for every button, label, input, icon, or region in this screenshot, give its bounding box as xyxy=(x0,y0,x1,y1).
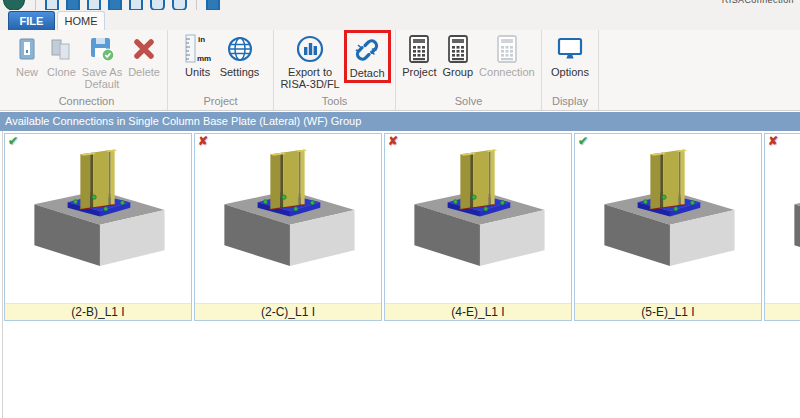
group-label-display: Display xyxy=(542,95,598,110)
button-label: Options xyxy=(551,66,589,78)
undo-icon[interactable] xyxy=(150,0,165,10)
save-as-default-icon xyxy=(88,33,116,65)
button-label: Units xyxy=(185,66,210,78)
window-title: RISAConnection xyxy=(722,0,794,6)
connection-card[interactable]: ✘ xyxy=(764,133,800,321)
group-label-tools: Tools xyxy=(274,95,395,110)
connection-label[interactable]: (4-E)_L1 I xyxy=(385,303,571,320)
options-button[interactable]: Options xyxy=(549,32,591,79)
fail-x-icon: ✘ xyxy=(198,134,208,148)
ribbon: New Clone Save As Default Delete xyxy=(0,30,800,111)
fail-x-icon: ✘ xyxy=(768,134,778,148)
export-doc-icon[interactable] xyxy=(129,0,143,10)
svg-text:mm: mm xyxy=(197,54,211,63)
group-label-project: Project xyxy=(168,95,273,110)
button-label: Delete xyxy=(128,66,160,78)
save-all-icon[interactable] xyxy=(108,0,122,10)
solve-project-button[interactable]: Project xyxy=(400,32,438,79)
solve-group-calculator-icon xyxy=(445,33,471,65)
connection-label[interactable]: (2-B)_L1 I xyxy=(5,303,191,320)
units-ruler-icon: inmm xyxy=(182,33,214,65)
clone-icon xyxy=(47,33,75,65)
clone-button[interactable]: Clone xyxy=(45,32,78,79)
baseplate-3d-thumbnail[interactable] xyxy=(385,140,571,290)
detach-broken-chain-icon xyxy=(352,34,382,66)
baseplate-3d-thumbnail[interactable] xyxy=(5,140,191,290)
detach-highlight-rect: Detach xyxy=(344,30,391,83)
ribbon-group-solve: Project Group Connection Solve xyxy=(396,30,542,110)
tab-file[interactable]: FILE xyxy=(8,11,55,30)
group-label-connection: Connection xyxy=(6,95,167,110)
pass-check-icon: ✔ xyxy=(578,134,588,148)
units-button[interactable]: inmm Units xyxy=(180,32,216,79)
solve-group-button[interactable]: Group xyxy=(441,32,476,79)
settings-globe-icon xyxy=(225,33,255,65)
button-label: New xyxy=(16,66,38,78)
group-label-solve: Solve xyxy=(396,95,541,110)
separator xyxy=(196,0,197,10)
title-bar: RISAConnection xyxy=(0,0,800,10)
ribbon-group-display: Options Display xyxy=(542,30,599,110)
connection-card[interactable]: ✘ (4-E)_L1 I xyxy=(384,133,572,321)
connection-gallery: ✔ (2-B)_L1 I ✘ (2-C)_L1 I ✘ (4-E)_L1 I ✔… xyxy=(4,133,800,323)
button-label: Export to RISA-3D/FL xyxy=(280,66,339,90)
button-label: Save As Default xyxy=(82,66,122,90)
baseplate-3d-thumbnail[interactable] xyxy=(765,140,800,290)
button-label: Connection xyxy=(479,66,535,78)
delete-x-icon xyxy=(131,33,157,65)
pass-check-icon: ✔ xyxy=(8,134,18,148)
options-monitor-icon xyxy=(555,33,585,65)
solve-connection-calculator-icon xyxy=(494,33,520,65)
quick-access-toolbar xyxy=(33,0,220,10)
connection-label[interactable]: (2-C)_L1 I xyxy=(195,303,381,320)
connections-panel: ✔ (2-B)_L1 I ✘ (2-C)_L1 I ✘ (4-E)_L1 I ✔… xyxy=(0,131,800,418)
button-label: Clone xyxy=(47,66,76,78)
save-icon[interactable] xyxy=(87,0,101,10)
new-connection-icon xyxy=(13,33,41,65)
export-chart-icon xyxy=(295,33,325,65)
ribbon-group-tools: Export to RISA-3D/FL Detach Tools xyxy=(274,30,396,110)
new-file-icon[interactable] xyxy=(45,0,59,10)
panel-left-border xyxy=(2,131,3,418)
button-label: Project xyxy=(402,66,436,78)
app-logo-icon[interactable] xyxy=(3,0,25,10)
export-risa3d-button[interactable]: Export to RISA-3D/FL xyxy=(278,32,341,91)
ribbon-group-project: inmm Units Settings Project xyxy=(168,30,274,110)
detach-button[interactable]: Detach xyxy=(348,33,387,80)
redo-icon[interactable] xyxy=(172,0,187,10)
baseplate-3d-thumbnail[interactable] xyxy=(195,140,381,290)
connection-label[interactable]: (5-E)_L1 I xyxy=(575,303,761,320)
svg-text:in: in xyxy=(198,35,205,44)
baseplate-3d-thumbnail[interactable] xyxy=(575,140,761,290)
connection-card[interactable]: ✔ (2-B)_L1 I xyxy=(4,133,192,321)
button-label: Settings xyxy=(220,66,260,78)
new-button[interactable]: New xyxy=(11,32,43,79)
available-connections-header: Available Connections in Single Column B… xyxy=(0,112,800,131)
delete-button[interactable]: Delete xyxy=(126,32,162,79)
separator xyxy=(35,0,36,10)
connection-card[interactable]: ✔ (5-E)_L1 I xyxy=(574,133,762,321)
button-label: Detach xyxy=(350,67,385,79)
connection-card[interactable]: ✘ (2-C)_L1 I xyxy=(194,133,382,321)
fail-x-icon: ✘ xyxy=(388,134,398,148)
connection-label[interactable] xyxy=(765,303,800,320)
ribbon-tab-row: FILE HOME xyxy=(0,10,800,30)
tools-wrench-icon[interactable] xyxy=(206,0,220,10)
ribbon-group-connection: New Clone Save As Default Delete xyxy=(6,30,168,110)
solve-connection-button[interactable]: Connection xyxy=(477,32,537,79)
risaconnection-window: { "window": { "title_fragment": "RISACon… xyxy=(0,0,800,418)
tab-home[interactable]: HOME xyxy=(57,11,105,30)
settings-button[interactable]: Settings xyxy=(218,32,262,79)
solve-project-calculator-icon xyxy=(406,33,432,65)
open-icon[interactable] xyxy=(66,0,80,10)
save-as-default-button[interactable]: Save As Default xyxy=(80,32,124,91)
button-label: Group xyxy=(443,66,474,78)
